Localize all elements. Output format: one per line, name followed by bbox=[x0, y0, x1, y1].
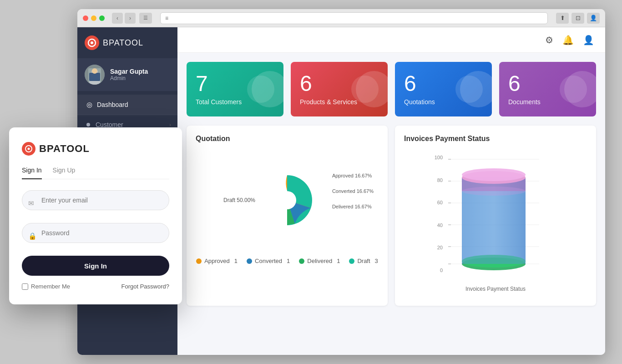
pie-legend: Approved 1 Converted 1 Delivered 1 bbox=[196, 258, 379, 264]
stat-number: 6 bbox=[404, 73, 483, 95]
legend-label: Approved bbox=[204, 258, 230, 264]
tab-signin[interactable]: Sign In bbox=[22, 167, 42, 179]
settings-icon[interactable]: ⚙ bbox=[545, 35, 553, 46]
legend-value: 1 bbox=[337, 258, 340, 264]
pie-chart-container: Draft 50.00% bbox=[196, 150, 379, 250]
legend-label: Delivered bbox=[307, 258, 332, 264]
y-label-40: 40 bbox=[437, 222, 443, 228]
stat-label: Documents bbox=[508, 98, 587, 106]
reader-button[interactable]: ☰ bbox=[139, 13, 152, 24]
tab-signup[interactable]: Sign Up bbox=[53, 167, 76, 179]
notifications-icon[interactable]: 🔔 bbox=[562, 35, 574, 46]
address-bar[interactable]: ≡ bbox=[160, 12, 548, 24]
approved-dot bbox=[196, 258, 202, 264]
modal-logo-icon bbox=[22, 142, 35, 156]
modal-bottom: Remember Me Forgot Password? bbox=[22, 283, 169, 290]
svg-point-8 bbox=[278, 191, 296, 209]
logo-icon bbox=[85, 35, 99, 50]
avatar bbox=[85, 65, 105, 85]
pie-chart-svg bbox=[258, 171, 317, 230]
stat-label: Products & Services bbox=[300, 98, 379, 106]
password-field[interactable] bbox=[22, 223, 169, 243]
modal-logo: BPATOOL bbox=[22, 142, 169, 156]
stat-card-documents[interactable]: 6 Documents bbox=[499, 62, 596, 116]
legend-approved: Approved 1 bbox=[196, 258, 238, 264]
stat-label: Total Customers bbox=[196, 98, 274, 106]
email-field[interactable] bbox=[22, 190, 169, 210]
y-label-20: 20 bbox=[437, 245, 443, 250]
legend-value: 1 bbox=[287, 258, 290, 264]
quotation-chart-card: Quotation Draft 50.00% bbox=[187, 126, 388, 306]
address-text: ≡ bbox=[165, 15, 168, 21]
stat-card-products[interactable]: 6 Products & Services bbox=[291, 62, 388, 116]
legend-delivered: Delivered 1 bbox=[299, 258, 340, 264]
delivered-label: Delivered 16.67% bbox=[332, 204, 374, 209]
invoice-chart-title: Invoices Payment Status bbox=[404, 135, 587, 143]
stat-card-customers[interactable]: 7 Total Customers bbox=[187, 62, 283, 116]
modal-logo-text: BPATOOL bbox=[39, 143, 90, 155]
new-tab-button[interactable]: ⊡ bbox=[571, 13, 584, 24]
svg-point-30 bbox=[28, 148, 30, 150]
y-label-60: 60 bbox=[437, 200, 443, 205]
extensions-button[interactable]: 👤 bbox=[587, 13, 600, 24]
svg-rect-6 bbox=[89, 73, 100, 81]
modal-tabs: Sign In Sign Up bbox=[22, 167, 169, 179]
legend-value: 3 bbox=[375, 258, 378, 264]
top-bar: ⚙ 🔔 👤 bbox=[177, 27, 605, 53]
logo-text: BPATOOL bbox=[103, 38, 143, 48]
cylinder-chart: 100 80 60 40 20 0 bbox=[404, 150, 587, 297]
email-icon: ✉ bbox=[28, 199, 34, 207]
chevron-right-icon: › bbox=[169, 122, 171, 127]
converted-label: Converted 16.67% bbox=[332, 188, 374, 194]
user-profile[interactable]: Sagar Gupta Admin bbox=[77, 58, 177, 91]
back-button[interactable]: ‹ bbox=[112, 13, 123, 24]
forward-button[interactable]: › bbox=[125, 13, 136, 24]
y-label-80: 80 bbox=[437, 177, 443, 183]
sidebar-logo: BPATOOL bbox=[77, 27, 177, 58]
password-input-wrapper: 🔒 bbox=[22, 223, 169, 249]
dashboard-charts: Quotation Draft 50.00% bbox=[187, 126, 596, 306]
quotation-chart-title: Quotation bbox=[196, 135, 379, 143]
forgot-password-link[interactable]: Forgot Password? bbox=[121, 283, 170, 290]
y-label-0: 0 bbox=[440, 268, 443, 273]
legend-draft: Draft 3 bbox=[349, 258, 378, 264]
user-menu-icon[interactable]: 👤 bbox=[583, 35, 594, 46]
remember-me-text: Remember Me bbox=[31, 283, 70, 290]
minimize-button[interactable] bbox=[91, 15, 96, 21]
browser-navigation: ‹ › bbox=[112, 13, 136, 24]
sidebar-item-dashboard[interactable]: ◎ Dashboard bbox=[77, 95, 177, 115]
cylinder-svg-area bbox=[448, 155, 559, 273]
sidebar-item-label: Dashboard bbox=[97, 101, 128, 108]
stat-card-quotations[interactable]: 6 Quotations bbox=[395, 62, 492, 116]
main-content: ⚙ 🔔 👤 7 Total Customers 6 Products & Ser… bbox=[177, 27, 605, 355]
svg-point-7 bbox=[92, 68, 97, 74]
legend-value: 1 bbox=[234, 258, 238, 264]
y-label-100: 100 bbox=[435, 155, 443, 160]
lock-icon: 🔒 bbox=[28, 232, 37, 240]
svg-point-27 bbox=[462, 168, 526, 181]
signin-button[interactable]: Sign In bbox=[22, 256, 169, 276]
user-role: Admin bbox=[110, 75, 148, 81]
invoice-chart-card: Invoices Payment Status 100 80 60 40 20 bbox=[395, 126, 596, 306]
email-input-wrapper: ✉ bbox=[22, 190, 169, 217]
close-button[interactable] bbox=[83, 15, 88, 21]
dashboard-icon: ◎ bbox=[86, 101, 92, 109]
share-button[interactable]: ⬆ bbox=[556, 13, 569, 24]
browser-titlebar: ‹ › ☰ ≡ ⬆ ⊡ 👤 bbox=[77, 9, 605, 27]
stat-label: Quotations bbox=[404, 98, 483, 106]
legend-converted: Converted 1 bbox=[247, 258, 290, 264]
svg-point-28 bbox=[462, 187, 526, 196]
legend-label: Draft bbox=[357, 258, 370, 264]
pie-chart-wrapper: Draft 50.00% bbox=[219, 155, 355, 246]
traffic-lights bbox=[83, 15, 105, 21]
remember-me-checkbox[interactable] bbox=[22, 283, 28, 290]
converted-dot bbox=[247, 258, 252, 264]
maximize-button[interactable] bbox=[99, 15, 105, 21]
stat-number: 7 bbox=[196, 73, 274, 95]
cylinder-chart-subtitle: Invoices Payment Status bbox=[465, 286, 526, 292]
remember-me-label[interactable]: Remember Me bbox=[22, 283, 70, 290]
signin-modal: BPATOOL Sign In Sign Up ✉ 🔒 Sign In Reme… bbox=[9, 127, 182, 304]
approved-label: Approved 16.67% bbox=[332, 173, 374, 178]
stats-grid: 7 Total Customers 6 Products & Services … bbox=[187, 62, 596, 116]
y-axis-labels: 100 80 60 40 20 0 bbox=[432, 155, 445, 273]
